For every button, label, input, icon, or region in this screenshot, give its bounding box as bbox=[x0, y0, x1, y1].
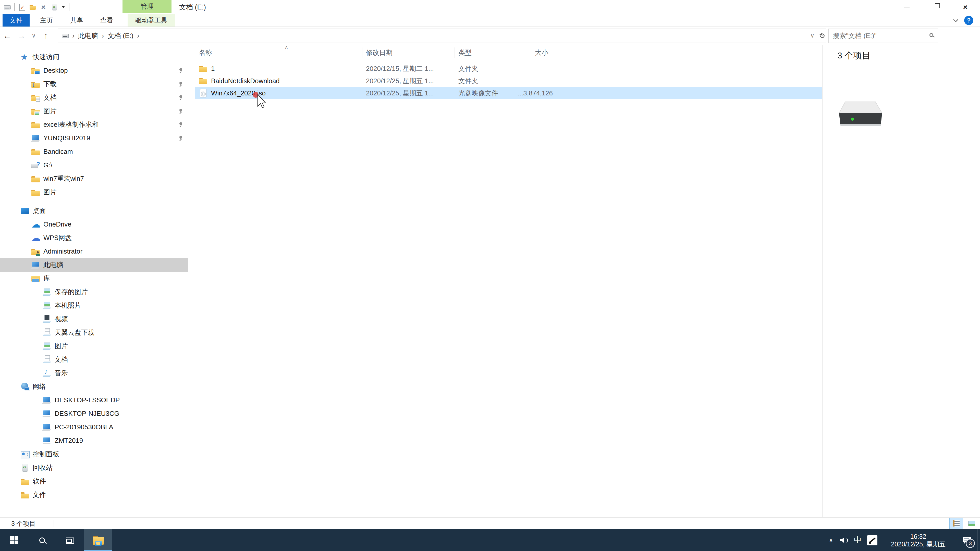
sidebar-item-本机照片[interactable]: 本机照片 bbox=[0, 299, 188, 312]
sidebar-item-Administrator[interactable]: Administrator bbox=[0, 245, 188, 258]
checkmark-document-icon[interactable] bbox=[18, 3, 25, 11]
forward-button[interactable]: → bbox=[14, 31, 29, 41]
sidebar-item-图片[interactable]: 图片 bbox=[0, 339, 188, 353]
sidebar-item-控制面板[interactable]: 控制面板 bbox=[0, 448, 188, 461]
sidebar-item-label: G:\ bbox=[43, 161, 52, 169]
sidebar-item-YUNQISHI2019[interactable]: YUNQISHI2019 bbox=[0, 131, 188, 145]
action-center-button[interactable]: 3 bbox=[956, 529, 977, 551]
hidden-icons-button[interactable]: ∧ bbox=[825, 529, 837, 551]
collapse-ribbon-icon[interactable] bbox=[953, 17, 958, 22]
table-row-Win7x64_2020.iso[interactable]: Win7x64_2020.iso2020/12/25, 星期五 1...光盘映像… bbox=[195, 87, 822, 99]
contextual-tab-manage[interactable]: 管理 bbox=[123, 0, 172, 13]
table-row-BaiduNetdiskDownload[interactable]: BaiduNetdiskDownload2020/12/25, 星期五 1...… bbox=[195, 75, 822, 87]
address-bar[interactable]: ›此电脑›文档 (E:)› ∨ bbox=[58, 29, 826, 43]
sidebar-item-Bandicam[interactable]: Bandicam bbox=[0, 145, 188, 159]
table-row-1[interactable]: 12020/12/15, 星期二 1...文件夹 bbox=[195, 62, 822, 75]
column-header-修改日期[interactable]: 修改日期 bbox=[363, 48, 455, 58]
search-box[interactable] bbox=[829, 29, 938, 43]
sidebar-item-excel表格制作求和[interactable]: excel表格制作求和 bbox=[0, 118, 188, 131]
sidebar-item-网络[interactable]: 网络 bbox=[0, 380, 188, 393]
sidebar-item-ZMT2019[interactable]: ZMT2019 bbox=[0, 434, 188, 448]
folder-pic-icon bbox=[31, 106, 40, 116]
sidebar-item-文档[interactable]: 文档 bbox=[0, 353, 188, 366]
sidebar-item-视频[interactable]: 视频 bbox=[0, 312, 188, 326]
column-header-类型[interactable]: 类型 bbox=[455, 48, 531, 58]
dropdown-icon[interactable] bbox=[61, 3, 65, 11]
sidebar-item-win7重装win7[interactable]: win7重装win7 bbox=[0, 172, 188, 186]
file-date-cell: 2020/12/25, 星期五 1... bbox=[363, 76, 455, 86]
sidebar-item-桌面[interactable]: 桌面 bbox=[0, 204, 188, 218]
sidebar-item-label: 保存的图片 bbox=[55, 287, 88, 297]
sidebar-item-PC-20190530OBLA[interactable]: PC-20190530OBLA bbox=[0, 421, 188, 434]
search-icon[interactable] bbox=[929, 33, 933, 37]
sidebar-item-库[interactable]: 库 bbox=[0, 272, 188, 285]
show-desktop-button[interactable] bbox=[977, 529, 980, 551]
breadcrumb-item-文档 (E:)[interactable]: 文档 (E:) bbox=[108, 32, 134, 40]
address-dropdown-icon[interactable]: ∨ bbox=[810, 32, 815, 39]
delete-icon[interactable]: × bbox=[40, 3, 47, 11]
up-button[interactable]: ↑ bbox=[39, 31, 53, 41]
sidebar-item-音乐[interactable]: 音乐 bbox=[0, 366, 188, 380]
tab-主页[interactable]: 主页 bbox=[33, 14, 60, 27]
pin-icon bbox=[178, 81, 183, 87]
thumbnail-view-button[interactable] bbox=[965, 518, 978, 529]
start-button[interactable] bbox=[0, 529, 28, 551]
sidebar-item-下载[interactable]: ↓下载 bbox=[0, 77, 188, 91]
task-view-button[interactable] bbox=[56, 529, 84, 551]
sidebar-item-DESKTOP-NJEU3CG[interactable]: DESKTOP-NJEU3CG bbox=[0, 407, 188, 421]
ime-tool-button[interactable] bbox=[865, 529, 880, 551]
sidebar-item-保存的图片[interactable]: 保存的图片 bbox=[0, 285, 188, 299]
minimize-button[interactable] bbox=[892, 0, 921, 14]
back-button[interactable]: ← bbox=[0, 31, 14, 41]
sidebar-item-label: PC-20190530OBLA bbox=[55, 423, 113, 431]
sidebar-item-label: 图片 bbox=[55, 341, 68, 351]
network-icon bbox=[21, 382, 30, 391]
new-folder-icon[interactable] bbox=[29, 3, 36, 11]
sidebar-item-图片[interactable]: 图片 bbox=[0, 104, 188, 118]
tab-查看[interactable]: 查看 bbox=[94, 14, 120, 27]
sidebar-item-WPS网盘[interactable]: WPS网盘 bbox=[0, 231, 188, 245]
column-header-名称[interactable]: 名称 bbox=[195, 48, 363, 58]
sidebar-item-OneDrive[interactable]: OneDrive bbox=[0, 218, 188, 231]
sidebar-item-此电脑[interactable]: 此电脑 bbox=[0, 258, 188, 272]
sidebar-item-快速访问[interactable]: 快速访问 bbox=[0, 50, 188, 64]
sidebar-item-label: 音乐 bbox=[55, 368, 68, 378]
recycle-bin-icon[interactable] bbox=[51, 3, 58, 11]
sidebar-item-DESKTOP-LSSOEDP[interactable]: DESKTOP-LSSOEDP bbox=[0, 393, 188, 407]
pc-icon bbox=[42, 409, 52, 418]
taskbar-search-button[interactable] bbox=[28, 529, 56, 551]
drive-icon bbox=[837, 100, 885, 132]
recent-locations-icon[interactable]: ∨ bbox=[29, 32, 39, 39]
tab-drive-tools[interactable]: 驱动器工具 bbox=[127, 14, 175, 27]
help-icon[interactable]: ? bbox=[964, 16, 974, 25]
volume-button[interactable] bbox=[837, 529, 851, 551]
sidebar-item-软件[interactable]: 软件 bbox=[0, 475, 188, 488]
lib-music-icon bbox=[42, 368, 52, 378]
breadcrumb-item-此电脑[interactable]: 此电脑 bbox=[78, 32, 98, 40]
file-list-pane: ∧ 名称修改日期类型大小 12020/12/15, 星期二 1...文件夹Bai… bbox=[188, 44, 822, 517]
tab-file[interactable]: 文件 bbox=[3, 14, 30, 27]
sidebar-item-天翼云盘下载[interactable]: 天翼云盘下载 bbox=[0, 326, 188, 339]
tab-共享[interactable]: 共享 bbox=[63, 14, 90, 27]
clock[interactable]: 16:32 2020/12/25, 星期五 bbox=[880, 529, 956, 551]
pc-icon bbox=[31, 260, 40, 270]
sidebar-item-label: WPS网盘 bbox=[43, 233, 72, 242]
ime-language-indicator[interactable]: 中 bbox=[851, 529, 865, 551]
lib-pic-icon bbox=[42, 341, 52, 351]
sidebar-item-Desktop[interactable]: Desktop bbox=[0, 64, 188, 77]
navigation-bar: ← → ∨ ↑ ›此电脑›文档 (E:)› ∨ bbox=[0, 27, 980, 44]
close-button[interactable]: × bbox=[951, 0, 980, 14]
drive-icon[interactable] bbox=[3, 3, 11, 11]
refresh-icon[interactable] bbox=[819, 32, 825, 39]
sidebar-item-G:\[interactable]: G:\ bbox=[0, 159, 188, 172]
sidebar-item-label: DESKTOP-LSSOEDP bbox=[55, 396, 120, 404]
sidebar-item-图片[interactable]: 图片 bbox=[0, 186, 188, 199]
details-view-button[interactable] bbox=[950, 518, 963, 529]
column-header-大小[interactable]: 大小 bbox=[531, 48, 554, 58]
sidebar-item-回收站[interactable]: 回收站 bbox=[0, 461, 188, 475]
sidebar-item-文档[interactable]: 文档 bbox=[0, 91, 188, 104]
sidebar-item-文件[interactable]: 文件 bbox=[0, 488, 188, 502]
search-input[interactable] bbox=[829, 32, 938, 40]
restore-button[interactable] bbox=[921, 0, 951, 14]
taskbar-file-explorer-button[interactable] bbox=[84, 529, 112, 551]
